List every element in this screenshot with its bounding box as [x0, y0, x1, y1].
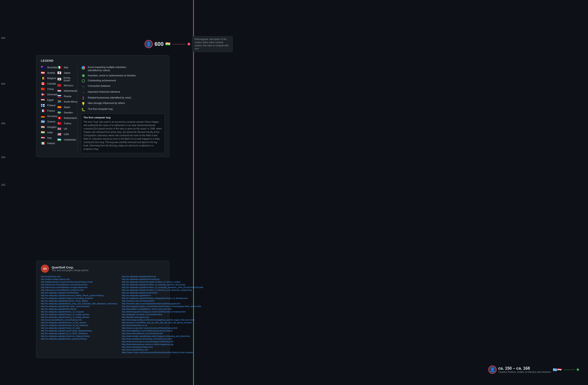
- label-finland: Finland: [47, 104, 55, 107]
- y-label-400: 400: [1, 122, 5, 125]
- footer-link[interactable]: http://en.wikipedia.org/wiki/CGPM#Histor…: [41, 292, 117, 294]
- outline-dot-icon: [81, 79, 86, 83]
- footer-links-col2: http://en.wikipedia.org/wiki/Multi-touch…: [122, 276, 203, 354]
- footer-link[interactable]: http://en.wikipedia.org/wiki/History_of_…: [41, 327, 117, 329]
- label-australia: Australia: [47, 66, 57, 69]
- footer-link[interactable]: http://en.wikipedia.org/wiki/Elisha_Gray…: [41, 302, 117, 305]
- legend-item-japan: 🇯🇵 Japan: [57, 71, 77, 75]
- symbol-outstanding-text: Outstanding achievement: [88, 79, 116, 82]
- footer-link[interactable]: http://www.webelements.com: [122, 349, 203, 351]
- footer-link[interactable]: http://www.medishow.com/Volume_2/Camera-…: [122, 338, 203, 340]
- label-netherlands: Netherlands: [64, 89, 77, 92]
- flag-australia: 🇦🇺: [41, 65, 46, 69]
- label-india: India: [47, 131, 53, 134]
- footer-link[interactable]: http://en.wikipedia.org/wiki/Touchscreen: [122, 292, 203, 294]
- footer-link[interactable]: http://en.wikipedia.org/wiki/Timeline_of…: [122, 286, 203, 289]
- footer-link[interactable]: http://flashlite.net/snippets.php: [122, 316, 203, 318]
- footer-link[interactable]: http://inventors.about.com/od/pstartinve…: [122, 302, 203, 305]
- symbol-businesses: Related businesses (identified by color): [81, 96, 165, 100]
- y-label-200: 200: [1, 183, 5, 186]
- footer-link[interactable]: http://en.wikipedia.org/wiki/History_of_…: [41, 311, 117, 313]
- footer-link[interactable]: http://en.wikipedia.org/wiki/History_of_…: [41, 316, 117, 318]
- footer-link[interactable]: http://events2.cnet.com/news/54667: [122, 300, 203, 302]
- footer-link[interactable]: http://en.wikipedia.org/wiki/List_of_IEE…: [41, 332, 117, 335]
- footer-link[interactable]: http://en.wikipedia.org/wiki/Liquid-crys…: [41, 330, 117, 332]
- footer-link[interactable]: http://www.keestjin.org/wiki/index.php/C…: [122, 335, 203, 337]
- footer-link[interactable]: http://electronics.howstuffworks.com/cel…: [41, 283, 117, 286]
- footer-link[interactable]: http://electronics.howstuffworks.com/pho…: [41, 289, 117, 291]
- legend-item-usa: 🇺🇸 USA: [57, 132, 77, 136]
- legend-item-greece: 🇬🇷 Greece: [41, 120, 57, 123]
- footer-link[interactable]: https://www.3-4sp.com/hosting-news/hosti…: [122, 351, 203, 354]
- footer-link[interactable]: http://en.wikipedia.org/wiki/Motion_pict…: [41, 338, 117, 340]
- flag-denmark: 🇩🇰: [41, 93, 46, 96]
- footer-link[interactable]: http://en.wikipedia.org/wiki/History_of_…: [41, 324, 117, 326]
- footer-links-section: http://arstechnica.com http://authors.li…: [41, 276, 165, 354]
- legend-item-australia: 🇦🇺 Australia: [41, 65, 57, 69]
- legend-item-korea: 🇰🇷 Korea, South: [57, 76, 77, 82]
- footer-link[interactable]: http://victoriaojji.weebly.com/the-first…: [122, 319, 203, 321]
- footer-link[interactable]: http://www.micrcocopy-uk.org.uk/mag/arrm…: [122, 341, 203, 343]
- footer-link[interactable]: http://en.wikipedia.org/wiki/Lithium-ion…: [41, 335, 117, 337]
- footer-company-info: QuartSoft Corp. Your web and graphic des…: [52, 266, 88, 272]
- flag-spain: 🇪🇸: [57, 105, 62, 109]
- footer-link[interactable]: http://telehistographics.blogspot.com/20…: [122, 311, 203, 313]
- legend-item-turkey: 🇹🇷 Turkey: [57, 122, 77, 125]
- symbol-multi-industry: Event impacting multiple industries(iden…: [81, 65, 165, 72]
- flag-morocco: 🇲🇦: [57, 84, 62, 87]
- footer-link[interactable]: http://www.cis.uab.edu/~courses/common/H…: [122, 327, 203, 329]
- footer-link[interactable]: http://en.wikipedia.org/wiki/Multi-touch: [122, 276, 203, 278]
- flag-usa: 🇺🇸: [57, 132, 62, 136]
- footer-link[interactable]: http://en.wikipedia.org/wiki/Wi-Fi: [122, 294, 203, 297]
- label-switzerland: Switzerland: [64, 117, 77, 119]
- footer-link[interactable]: http://www.photovacancy-survey.co.uk/DiA…: [122, 343, 203, 345]
- footer-link[interactable]: http://en.wikipedia.org/wiki/Film#Histor…: [41, 308, 117, 310]
- footer-link[interactable]: http://en.wikipedia.org/wiki/Category:Co…: [41, 297, 117, 299]
- footer-link[interactable]: http://answers.com/Q/Who_was_by_who_was_…: [122, 321, 203, 324]
- footer-link[interactable]: http://photography.tutsplus.com/articles…: [122, 305, 203, 307]
- footer-link[interactable]: http://en.wikipedia.org/wiki/Wireless_te…: [122, 297, 203, 299]
- footer-link[interactable]: http://electronics.howstuffworks.com/gps…: [41, 286, 117, 289]
- legend-item-china: 🇨🇳 China: [41, 87, 57, 91]
- legend-item-hungary: 🇭🇺 Hungary: [41, 125, 57, 129]
- footer-link[interactable]: http://en.wikipedia.org/wiki/Timeline_of…: [122, 289, 203, 291]
- footer-link[interactable]: http://en.wikipedia.org/wiki/Semiconduct…: [122, 278, 203, 280]
- footer-link[interactable]: http://authors.library.caltech.edu: [41, 278, 117, 280]
- footer-link[interactable]: http://en.wikipedia.org/wiki/Electronic_…: [41, 300, 117, 302]
- label-turkey: Turkey: [64, 122, 71, 125]
- footer-link[interactable]: http://telegraph.novedadc.com/world/time…: [122, 313, 203, 316]
- legend-item-uzbekistan: 🇺🇿 Uzbekistan: [57, 138, 77, 141]
- flag-china: 🇨🇳: [41, 87, 46, 91]
- milestone-bottom-desc: Claudius Ptolemy: studies of reflection …: [498, 371, 551, 373]
- flag-south-africa: 🇿🇦: [57, 100, 62, 104]
- label-canada: Canada: [47, 82, 56, 85]
- footer-link[interactable]: http://dailytimewarp.com/2010/10/01/a-br…: [41, 281, 117, 283]
- footer-link[interactable]: http://www.boiserfacts.co.uk: [122, 324, 203, 326]
- footer-link[interactable]: http://en.wikipedia.org/wiki/History_of_…: [41, 321, 117, 324]
- flag-greece: 🇬🇷: [41, 120, 46, 123]
- label-france: France: [47, 109, 55, 112]
- footer-link[interactable]: http://shareallies.com/grl/iphone--timer…: [122, 308, 203, 310]
- bulb-icon: 💡: [81, 102, 86, 106]
- footer-link[interactable]: http://www.webdesignerdepot.com: [122, 346, 203, 348]
- symbol-milestone: → Important historical milestone: [81, 90, 165, 94]
- label-usa: USA: [64, 133, 69, 136]
- symbol-invention: Invention, event or achievement on timel…: [81, 74, 165, 77]
- footer-link[interactable]: http://en.wikipedia.org/wiki/Advanced_Mo…: [41, 294, 117, 297]
- bug-text: The term "bug" was used in an account by…: [84, 120, 162, 151]
- symbol-connection: - - - Connection between: [81, 84, 165, 88]
- footer-link[interactable]: http://en.wikipedia.org/wiki/History_of_…: [41, 313, 117, 316]
- milestone-description: Brahmagupta: description of the modern p…: [192, 36, 233, 52]
- legend-panel: LEGEND 🇦🇺 Australia 🇦🇹 Austria 🇧🇪 Belgiu…: [36, 55, 169, 157]
- footer-link[interactable]: http://www.howstuffworks.com/cell-phone.…: [122, 332, 203, 335]
- label-uzbekistan: Uzbekistan: [64, 138, 76, 141]
- footer-link[interactable]: http://www.howstuffworks.com/cell-phone.…: [41, 319, 117, 321]
- footer-link[interactable]: http://en.wikipedia.org/wiki/Template:Ti…: [122, 281, 203, 283]
- qs-logo: QS: [41, 265, 49, 273]
- footer-link[interactable]: http://en.wikipedia.org/wiki/Fiber-optic…: [41, 305, 117, 307]
- symbol-bug: 🐛 The first computer bug: [81, 107, 165, 111]
- footer-link[interactable]: http://en.wikipedia.org/wiki/Timeline_of…: [122, 283, 203, 286]
- footer-link[interactable]: http://www.digitalnics.com/mobile/camera…: [122, 330, 203, 332]
- legend-item-south-africa: 🇿🇦 South Africa: [57, 100, 77, 104]
- footer-link[interactable]: http://arstechnica.com: [41, 276, 117, 278]
